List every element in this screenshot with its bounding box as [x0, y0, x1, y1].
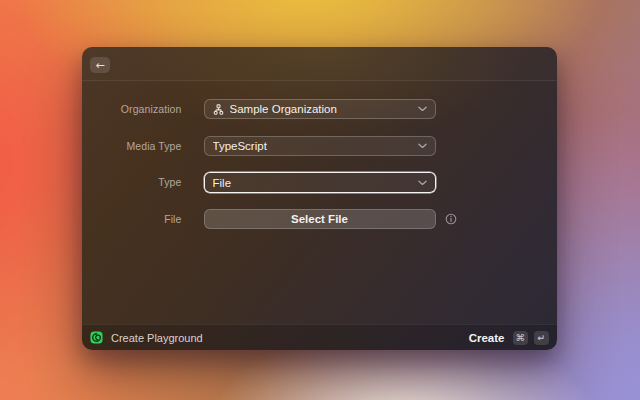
type-value: File	[213, 177, 412, 189]
playground-logo-icon	[90, 331, 103, 344]
form-row-organization: Organization Sample Organization	[204, 99, 436, 119]
info-icon[interactable]	[445, 213, 457, 225]
select-file-button[interactable]: Select File	[204, 209, 436, 229]
select-file-label: Select File	[291, 213, 348, 225]
form-row-media-type: Media Type TypeScript	[204, 136, 436, 156]
media-type-value: TypeScript	[213, 140, 412, 152]
organization-label: Organization	[121, 103, 182, 115]
chevron-down-icon	[418, 180, 427, 186]
create-playground-dialog: ← Organization Sample Organization	[82, 47, 557, 350]
form-row-file: File Select File	[204, 209, 436, 229]
organization-value: Sample Organization	[230, 103, 412, 115]
enter-key-icon: ↵	[534, 331, 549, 345]
media-type-label: Media Type	[126, 140, 181, 152]
chevron-down-icon	[418, 143, 427, 149]
media-type-dropdown[interactable]: TypeScript	[204, 136, 436, 156]
organization-dropdown[interactable]: Sample Organization	[204, 99, 436, 119]
chevron-down-icon	[418, 106, 427, 112]
create-playground-form: Organization Sample Organization Me	[82, 99, 557, 245]
form-row-type: Type File	[204, 172, 436, 192]
cmd-key-icon: ⌘	[513, 331, 529, 345]
back-button[interactable]: ←	[90, 57, 110, 73]
dialog-header: ←	[82, 47, 557, 81]
file-label: File	[164, 213, 181, 225]
type-label: Type	[158, 176, 181, 188]
type-dropdown[interactable]: File	[204, 172, 436, 193]
command-title: Create Playground	[111, 332, 461, 344]
organization-icon	[213, 104, 224, 115]
create-button[interactable]: Create ⌘ ↵	[469, 331, 549, 345]
dialog-footer: Create Playground Create ⌘ ↵	[82, 324, 557, 350]
create-label: Create	[469, 332, 505, 344]
back-arrow-icon: ←	[95, 60, 104, 71]
